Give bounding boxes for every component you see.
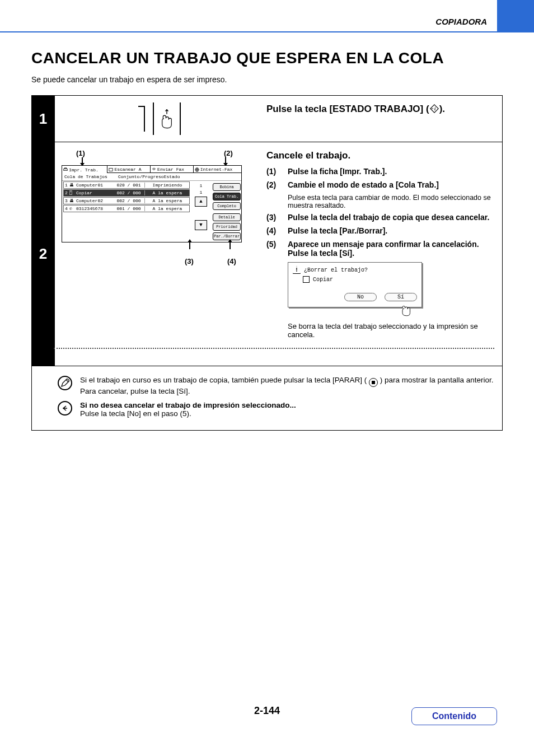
svg-point-0 (432, 108, 433, 109)
page-down-button[interactable]: ▼ (195, 220, 207, 230)
phone-icon: ✆ (69, 206, 76, 211)
pager: 1 1 ▲ ▼ (191, 181, 211, 242)
job-row-name: Computer01 (76, 183, 113, 188)
job-row-prog: 020 / 001 (113, 183, 144, 188)
callout-4: (4) (227, 257, 236, 265)
pager-current: 1 (200, 183, 203, 188)
step-1-heading-prefix: Pulse la tecla [ESTADO TRABAJO] ( (266, 104, 429, 114)
svg-rect-3 (64, 169, 67, 170)
intro-text: Se puede cancelar un trabajo en espera d… (31, 75, 503, 84)
pager-total: 1 (200, 190, 203, 195)
job-row-status: Imprimiendo (144, 183, 188, 188)
tab-escanear-a-label: Escanear A (114, 167, 141, 172)
step-2-notes: Si el trabajo en curso es un trabajo de … (31, 366, 503, 431)
step-1-illustration (55, 96, 262, 142)
dialog-item: Copiar (313, 277, 333, 283)
scan-icon (109, 167, 113, 172)
note-1-text-a: Si el trabajo en curso es un trabajo de … (80, 376, 367, 384)
job-row-index: 3 (65, 198, 69, 203)
job-row[interactable]: 3 🖶 Computer02 002 / 000 A la espera (63, 197, 190, 204)
confirm-dialog: ! ¿Borrar el trabajo? Copiar No Sí (288, 262, 422, 307)
callout-2: (2) (224, 149, 233, 157)
tab-escanear-a[interactable]: Escanear A (107, 166, 151, 173)
job-row-status: A la espera (144, 198, 188, 203)
header-rule (0, 31, 534, 32)
step-2: 2 (1) (2) Impr. Trab. Escanear A (31, 142, 503, 366)
internet-fax-icon (195, 167, 199, 172)
sub-5-text: Aparece un mensaje para confirmar la can… (288, 240, 494, 258)
job-row[interactable]: 1 🖶 Computer01 020 / 001 Imprimiendo (63, 181, 190, 189)
tab-internet-fax[interactable]: Internet-Fax (194, 166, 241, 173)
job-row-prog: 002 / 000 (113, 190, 144, 195)
job-row-index: 4 (65, 206, 69, 211)
job-row-name: Copiar (76, 190, 113, 195)
callout-3: (3) (185, 257, 194, 265)
step-1-number: 1 (31, 96, 55, 142)
par-borrar-button[interactable]: Par./Borrar (213, 232, 241, 240)
step-2-heading: Cancele el trabajo. (266, 150, 494, 161)
printer-icon: 🖶 (69, 183, 76, 188)
sub-3-num: (3) (266, 213, 282, 222)
job-row-prog: 002 / 000 (113, 198, 144, 203)
printer-icon: 🖶 (69, 198, 76, 203)
press-hand-icon (157, 108, 176, 130)
prioridad-button[interactable]: Prioridad (213, 223, 241, 231)
sub-5-num: (5) (266, 240, 282, 258)
tab-impr-trab-label: Impr. Trab. (69, 167, 99, 172)
job-row-status: A la espera (144, 206, 188, 211)
press-hand-icon (399, 300, 416, 317)
sub-2-num: (2) (266, 180, 282, 189)
page-up-button[interactable]: ▲ (195, 197, 207, 207)
callout-1: (1) (76, 149, 85, 157)
page-title: CANCELAR UN TRABAJO QUE ESPERA EN LA COL… (31, 49, 503, 67)
tab-impr-trab[interactable]: Impr. Trab. (62, 166, 107, 173)
sub-1-num: (1) (266, 167, 282, 176)
note-2-heading: Si no desea cancelar el trabajo de impre… (80, 401, 296, 409)
note-2-text: Pulse la tecla [No] en el paso (5). (80, 409, 191, 418)
stop-icon (369, 378, 378, 387)
sub-1-text: Pulse la ficha [Impr. Trab.]. (288, 167, 387, 176)
job-row-selected[interactable]: 2 ⍞ Copiar 002 / 000 A la espera (63, 189, 190, 197)
step-1: 1 Pulse la tecla [ESTADO TRABAJO] (i). (31, 95, 503, 142)
step-2-number: 2 (31, 142, 55, 366)
after-dialog-text: Se borra la tecla del trabajo selecciona… (288, 322, 494, 339)
job-row-prog: 001 / 000 (113, 206, 144, 211)
sub-2-note: Pulse esta tecla para cambiar de modo. E… (288, 194, 494, 209)
cola-trab-button[interactable]: Cola Trab. (213, 193, 241, 200)
col-estado: Estado (164, 174, 239, 179)
dialog-no-button[interactable]: No (344, 293, 377, 301)
copy-icon (303, 276, 310, 283)
sub-4-text: Pulse la tecla [Par./Borrar]. (288, 226, 387, 235)
job-row-name: Computer02 (76, 198, 113, 203)
header-band: COPIADORA (0, 0, 534, 31)
svg-point-1 (431, 108, 432, 109)
job-row-status: A la espera (144, 190, 188, 195)
step-1-heading: Pulse la tecla [ESTADO TRABAJO] (i). (266, 104, 494, 115)
bobina-button[interactable]: Bobina (213, 183, 241, 191)
note-back-icon (58, 401, 72, 416)
lcd-screen: Impr. Trab. Escanear A Enviar Fax Intern… (62, 165, 242, 242)
sub-2-text: Cambie el modo de estado a [Cola Trab.] (288, 180, 439, 189)
job-row[interactable]: 4 ✆ 0312345678 001 / 000 A la espera (63, 205, 190, 212)
completo-button[interactable]: Completo (213, 202, 241, 210)
section-label: COPIADORA (435, 17, 487, 26)
step-2-screen: (1) (2) Impr. Trab. Escanear A (55, 142, 262, 366)
copy-icon: ⍞ (69, 190, 76, 195)
header-blue-tab (497, 0, 534, 31)
printer-icon (63, 167, 68, 172)
sub-3-text: Pulse la tecla del trabajo de copia que … (288, 213, 489, 222)
job-row-index: 1 (65, 183, 69, 188)
contents-button[interactable]: Contenido (411, 707, 497, 725)
note-1-text-b: ) para mostrar la pantalla anterior. (380, 376, 494, 384)
step-1-heading-suffix: ). (439, 104, 445, 114)
tab-enviar-fax[interactable]: Enviar Fax (151, 166, 194, 173)
col-cola: Cola de Trabajos (64, 174, 118, 179)
dialog-question: ¿Borrar el trabajo? (304, 267, 368, 273)
tab-enviar-fax-label: Enviar Fax (157, 167, 184, 172)
job-row-index: 2 (65, 190, 69, 195)
tab-internet-fax-label: Internet-Fax (200, 167, 233, 172)
svg-rect-4 (64, 168, 66, 169)
note-1-text-c: Para cancelar, pulse la tecla [Sí]. (80, 387, 190, 395)
fax-icon (152, 167, 156, 172)
detalle-button[interactable]: Detalle (213, 213, 241, 221)
